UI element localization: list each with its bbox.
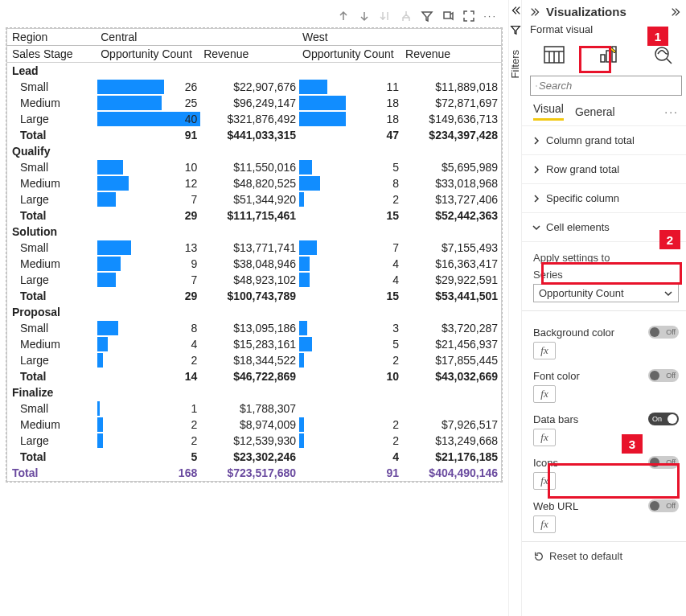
- toggle-weburl[interactable]: Off: [648, 499, 679, 512]
- data-bar-cell: 18: [299, 95, 402, 111]
- fx-bgcolor[interactable]: fx: [533, 342, 556, 359]
- callout-1-num: 1: [647, 27, 668, 46]
- data-bar-cell: 2: [97, 417, 200, 433]
- search-field[interactable]: [537, 79, 676, 92]
- chevron-down-icon: [663, 289, 673, 298]
- filter-icon[interactable]: [421, 10, 433, 25]
- opt-fontcolor-label: Font color: [533, 370, 580, 382]
- toggle-databars[interactable]: On: [648, 413, 679, 425]
- data-bar-cell: 25: [97, 95, 200, 111]
- acc-row-grand-total[interactable]: Row grand total: [522, 155, 686, 184]
- toggle-bgcolor[interactable]: Off: [648, 326, 679, 339]
- table-row[interactable]: Medium2$8,974,0092$7,926,517: [7, 417, 501, 433]
- table-row[interactable]: Medium4$15,283,1615$21,456,937: [7, 336, 501, 352]
- data-bar-cell: 2: [299, 417, 402, 433]
- chevron-right-icon: [532, 136, 541, 146]
- table-row[interactable]: Small1$1,788,307: [7, 400, 501, 417]
- data-bar-cell: 12: [97, 175, 200, 191]
- chevron-right-icon: [532, 165, 541, 175]
- filters-label: Filters: [509, 50, 521, 78]
- report-canvas: ··· RegionCentralWestSales StageOpportun…: [0, 0, 508, 616]
- expand-pane-icon[interactable]: [671, 6, 682, 18]
- data-bar-cell: 3: [299, 320, 402, 336]
- reset-to-default[interactable]: Reset to default: [522, 542, 686, 570]
- callout-3-num: 3: [622, 434, 643, 454]
- data-bar-cell: 7: [97, 272, 200, 288]
- callout-3-box: [548, 463, 680, 499]
- data-bar-cell: 10: [97, 159, 200, 175]
- callout-2-box: [541, 262, 682, 285]
- toggle-fontcolor[interactable]: Off: [648, 369, 679, 382]
- cell-element-options: Background color Off fx Font color Off f…: [522, 311, 686, 542]
- table-row[interactable]: Medium25$96,249,14718$72,871,697: [7, 95, 501, 111]
- acc-specific-column[interactable]: Specific column: [522, 184, 686, 213]
- data-bar-cell: 7: [97, 191, 200, 207]
- tab-general[interactable]: General: [575, 105, 615, 118]
- callout-1-box: [579, 46, 611, 73]
- focus-mode-icon[interactable]: [462, 10, 475, 25]
- acc-column-grand-total[interactable]: Column grand total: [522, 126, 686, 155]
- data-bar-cell: 5: [299, 159, 402, 175]
- format-search-input[interactable]: [530, 76, 682, 96]
- visual-toolbar: ···: [6, 6, 502, 28]
- data-bar-cell: 4: [97, 336, 200, 352]
- filter-icon: [510, 24, 521, 35]
- spotlight-icon[interactable]: [442, 10, 454, 25]
- opt-weburl-label: Web URL: [533, 500, 578, 512]
- table-row[interactable]: Medium9$38,048,9464$16,363,417: [7, 256, 501, 272]
- data-bar-cell: 2: [97, 352, 200, 368]
- data-bar-cell: [299, 400, 402, 417]
- data-bar-cell: 26: [97, 79, 200, 95]
- data-bar-cell: 40: [97, 111, 200, 127]
- data-bar-cell: 8: [299, 175, 402, 191]
- filters-pane-collapsed[interactable]: Filters: [508, 0, 521, 616]
- data-bar-cell: 1: [97, 400, 200, 417]
- data-bar-cell: 9: [97, 256, 200, 272]
- more-options-icon[interactable]: ···: [483, 10, 497, 25]
- data-bar-cell: 4: [299, 256, 402, 272]
- drill-up-icon[interactable]: [337, 10, 350, 25]
- callout-2-num: 2: [659, 230, 680, 249]
- tab-visual[interactable]: Visual: [533, 102, 564, 121]
- chevron-down-icon: [532, 223, 541, 232]
- fx-databars[interactable]: fx: [533, 429, 556, 446]
- series-select[interactable]: Opportunity Count: [533, 284, 679, 302]
- data-bar-cell: 13: [97, 240, 200, 256]
- table-row[interactable]: Large40$321,876,49218$149,636,713: [7, 111, 501, 127]
- fx-fontcolor[interactable]: fx: [533, 385, 556, 403]
- opt-bgcolor-label: Background color: [533, 326, 614, 339]
- table-row[interactable]: Small26$22,907,67611$11,889,018: [7, 79, 501, 95]
- data-bar-cell: 2: [97, 433, 200, 449]
- build-visual-tab-icon[interactable]: [538, 43, 570, 66]
- table-row[interactable]: Large2$18,344,5222$17,855,445: [7, 352, 501, 368]
- opt-databars-label: Data bars: [533, 413, 578, 425]
- data-bar-cell: 2: [299, 191, 402, 207]
- table-row[interactable]: Large7$51,344,9202$13,727,406: [7, 191, 501, 207]
- tabs-more-icon[interactable]: ···: [664, 105, 679, 118]
- table-row[interactable]: Small10$11,550,0165$5,695,989: [7, 159, 501, 175]
- data-bar-cell: 2: [299, 433, 402, 449]
- analytics-tab-icon[interactable]: [647, 43, 680, 66]
- reset-icon: [533, 551, 544, 562]
- data-bar-cell: 7: [299, 240, 402, 256]
- data-bar-cell: 18: [299, 111, 402, 127]
- table-row[interactable]: Medium12$48,820,5258$33,018,968: [7, 175, 501, 191]
- pane-title: Visualizations: [546, 5, 671, 18]
- table-row[interactable]: Large7$48,923,1024$29,922,591: [7, 272, 501, 288]
- table-row[interactable]: Small8$13,095,1863$3,720,287: [7, 320, 501, 336]
- table-row[interactable]: Large2$12,539,9302$13,249,668: [7, 433, 501, 449]
- hierarchy-icon: [400, 10, 413, 25]
- data-bar-cell: 2: [299, 352, 402, 368]
- collapse-pane-icon[interactable]: [530, 6, 541, 18]
- data-bar-cell: 8: [97, 320, 200, 336]
- fx-weburl[interactable]: fx: [533, 515, 556, 533]
- data-bar-cell: 5: [299, 336, 402, 352]
- data-bar-cell: 11: [299, 79, 402, 95]
- expand-down-icon: [379, 10, 392, 25]
- table-row[interactable]: Small13$13,771,7417$7,155,493: [7, 240, 501, 256]
- expand-filters-icon[interactable]: [510, 5, 521, 16]
- chevron-right-icon: [532, 194, 541, 203]
- matrix-visual[interactable]: RegionCentralWestSales StageOpportunity …: [6, 28, 502, 482]
- drill-down-icon[interactable]: [358, 10, 371, 25]
- data-bar-cell: 4: [299, 272, 402, 288]
